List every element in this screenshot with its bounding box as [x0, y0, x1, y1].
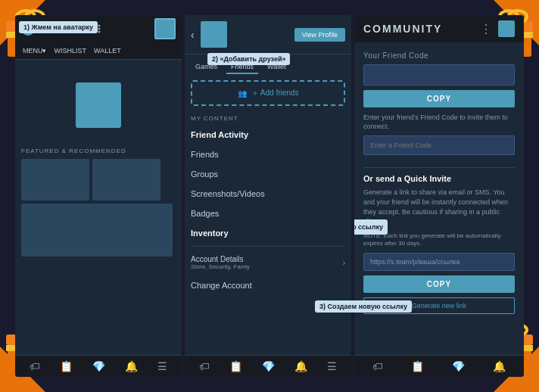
tooltip-step3: 3) Создаем новую ссылку [315, 300, 412, 313]
nav-icon-list[interactable]: 📋 [60, 360, 73, 372]
profile-bottom-nav: 🏷 📋 💎 🔔 ☰ [185, 355, 351, 377]
menu-change-account[interactable]: Change Account [185, 275, 351, 295]
community-header: COMMUNITY ⋮ [354, 15, 524, 42]
arrow-right-icon: › [343, 259, 345, 267]
main-container: STEAM MENU▾ WISHLIST WALLET 1) Жмем на а… [15, 15, 524, 377]
copy-friend-code-button[interactable]: COPY [363, 90, 515, 107]
enter-friend-code-input[interactable] [363, 135, 515, 155]
nav-wallet[interactable]: WALLET [92, 45, 123, 56]
add-friends-label: ＋ Add friends [251, 88, 299, 98]
community-nav-bell[interactable]: 🔔 [493, 360, 506, 372]
featured-item-2 [92, 159, 160, 201]
community-bottom-nav: 🏷 📋 💎 🔔 [354, 355, 524, 377]
profile-nav-menu[interactable]: ☰ [327, 360, 337, 372]
svg-point-27 [98, 28, 100, 30]
profile-avatar [201, 21, 227, 48]
featured-item-3 [21, 204, 173, 257]
community-nav-tag[interactable]: 🏷 [372, 360, 383, 372]
view-profile-button[interactable]: View Profile [294, 28, 345, 42]
invite-description: Enter your friend's Friend Code to invit… [363, 114, 515, 131]
community-menu-icon[interactable]: ⋮ [480, 22, 492, 36]
community-nav-list[interactable]: 📋 [411, 360, 424, 372]
friend-code-label: Your Friend Code [363, 51, 515, 60]
menu-account-details[interactable]: Account Details Store, Security, Famiy › [185, 250, 351, 275]
header-avatar[interactable] [154, 18, 176, 39]
profile-nav-gem[interactable]: 💎 [262, 360, 275, 372]
back-button[interactable]: ‹ [191, 29, 195, 41]
menu-groups[interactable]: Groups [185, 164, 351, 184]
svg-point-28 [98, 31, 100, 33]
community-content: Your Friend Code COPY Enter your friend'… [354, 42, 524, 323]
add-friends-button[interactable]: 👥 ＋ Add friends [191, 80, 345, 106]
nav-icon-gem[interactable]: 💎 [92, 360, 105, 372]
invite-link-url-input[interactable] [363, 253, 515, 271]
tooltip-step2: 2) «Добавить друзей» [207, 53, 290, 65]
menu-inventory[interactable]: Inventory [185, 223, 351, 243]
copy-url-button[interactable]: COPY [363, 275, 515, 293]
menu-screenshots[interactable]: Screenshots/Videos [185, 184, 351, 204]
profile-nav-bell[interactable]: 🔔 [294, 360, 307, 372]
nav-icon-bell[interactable]: 🔔 [125, 360, 138, 372]
community-header-right: ⋮ [480, 20, 515, 37]
main-avatar[interactable] [76, 82, 121, 128]
featured-label: FEATURED & RECOMMENDED [21, 148, 176, 154]
community-avatar[interactable] [498, 20, 515, 37]
steam-panel: STEAM MENU▾ WISHLIST WALLET 1) Жмем на а… [15, 15, 182, 377]
quick-invite-title: Or send a Quick Invite [363, 174, 515, 183]
section-divider [363, 167, 515, 168]
community-panel: COMMUNITY ⋮ Your Friend Code COPY Enter … [354, 15, 524, 377]
steam-nav: MENU▾ WISHLIST WALLET [15, 42, 182, 60]
profile-nav-list[interactable]: 📋 [229, 360, 242, 372]
tooltip-step1: 1) Жмем на аватарку [19, 21, 98, 33]
community-title: COMMUNITY [363, 23, 442, 35]
profile-header: ‹ View Profile [185, 15, 351, 54]
avatar-area [15, 60, 182, 135]
nav-icon-tag[interactable]: 🏷 [30, 360, 40, 372]
menu-divider [191, 246, 345, 247]
steam-content: FEATURED & RECOMMENDED [15, 135, 182, 263]
menu-friends[interactable]: Friends [185, 145, 351, 164]
menu-friend-activity[interactable]: Friend Activity [185, 125, 351, 145]
nav-icon-menu[interactable]: ☰ [157, 360, 167, 372]
add-friends-icon: 👥 [238, 89, 247, 98]
featured-item-1 [21, 159, 89, 201]
steam-bottom-nav: 🏷 📋 💎 🔔 ☰ [15, 355, 182, 377]
my-content-label: MY CONTENT [185, 112, 351, 125]
friend-code-input[interactable] [363, 64, 515, 86]
tooltip-step4: ✓ 4) Копируем новую ссылку [354, 219, 388, 235]
nav-wishlist[interactable]: WISHLIST [53, 45, 89, 56]
nav-menu[interactable]: MENU▾ [21, 45, 48, 56]
expire-note: NOTE: Each link you generate will be aut… [363, 232, 515, 248]
profile-nav-tag[interactable]: 🏷 [199, 360, 210, 372]
svg-point-26 [98, 25, 100, 27]
profile-panel: ‹ View Profile 2) «Добавить друзей» Game… [185, 15, 351, 377]
menu-badges[interactable]: Badges [185, 204, 351, 223]
community-nav-gem[interactable]: 💎 [452, 360, 465, 372]
